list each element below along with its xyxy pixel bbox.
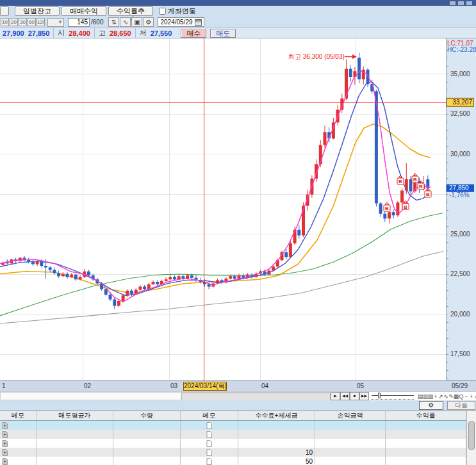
candle (156, 282, 159, 284)
memo-icon[interactable] (2, 422, 8, 429)
memo-icon[interactable] (2, 440, 8, 447)
y-tick-label: 22,500 (450, 270, 470, 277)
table-cell (113, 430, 181, 439)
period-preset-30[interactable]: 30 (19, 18, 27, 26)
period-preset-120[interactable]: 120 (37, 18, 45, 26)
wave-icon[interactable]: ∿ (120, 17, 131, 27)
memo-icon[interactable] (206, 431, 212, 438)
table-cell (37, 439, 113, 448)
forward-button[interactable]: ▶▶ (359, 392, 369, 400)
period-preset-60[interactable]: 60 (28, 18, 36, 26)
table-row[interactable]: 10 (0, 448, 476, 457)
toolbar-button-0[interactable]: 일별잔고 (15, 6, 60, 16)
low-label: 저 (135, 28, 147, 38)
table-vscrollbar-thumb[interactable] (468, 421, 475, 450)
table-cell (181, 457, 238, 465)
stop-button[interactable]: ■ (350, 392, 359, 400)
column-header-1[interactable]: 매도평균가 (37, 411, 113, 420)
column-header-0[interactable]: 메모 (0, 411, 37, 420)
next-button[interactable]: 다음 (447, 401, 475, 410)
table-row[interactable]: 50 (0, 457, 476, 465)
clipped-button[interactable] (0, 6, 9, 16)
table-header-row: 메모매도평균가수량메모수수료+제세금손익금액수익률 (0, 411, 476, 421)
chart-zoom-slider[interactable] (372, 393, 414, 400)
memo-icon[interactable] (2, 458, 8, 465)
period-preset-20[interactable]: 20 (10, 18, 18, 26)
memo-icon[interactable] (206, 449, 212, 456)
table-cell (37, 457, 113, 465)
play-button[interactable]: ▶ (331, 392, 340, 400)
memo-icon[interactable] (206, 440, 212, 447)
svg-text:B: B (419, 184, 423, 190)
settings-icon[interactable]: ⚙ (143, 17, 154, 27)
account-link-checkbox-input[interactable] (159, 8, 166, 15)
chart-hscrollbar[interactable] (0, 392, 330, 400)
candle (379, 204, 382, 214)
toolbar-button-1[interactable]: 매매수익 (62, 6, 106, 16)
column-header-5[interactable]: 손익금액 (315, 411, 386, 420)
table-row[interactable] (0, 439, 476, 448)
table-row[interactable] (0, 430, 476, 439)
table-cell (315, 457, 386, 465)
table-cell (386, 421, 466, 430)
window-controls[interactable] (450, 1, 472, 5)
rewind-button[interactable]: ◀◀ (340, 392, 350, 400)
candle (173, 277, 176, 280)
table-cell (386, 448, 466, 457)
candlestick-chart[interactable]: 최고 36,300 (05/03)BBBBBB35,00032,50030,00… (0, 38, 476, 380)
candle (135, 290, 138, 294)
candle (70, 275, 73, 277)
table-cell (181, 448, 238, 457)
period-preset-10[interactable]: 10 (1, 18, 9, 26)
table-vscrollbar[interactable] (466, 411, 476, 465)
account-link-checkbox[interactable]: 계좌연동 (159, 6, 196, 16)
x-axis-label: 1 (2, 382, 6, 389)
memo-icon[interactable] (2, 449, 8, 456)
font-size-button[interactable]: A (473, 392, 476, 400)
table-cell (37, 430, 113, 439)
candle (44, 266, 47, 268)
table-cell (315, 448, 386, 457)
candle (138, 287, 142, 290)
column-header-4[interactable]: 수수료+제세금 (238, 411, 315, 420)
memo-icon[interactable] (206, 422, 212, 429)
table-row[interactable] (0, 421, 476, 430)
y-tick-label: 30,000 (450, 151, 470, 158)
column-header-2[interactable]: 수량 (113, 411, 181, 420)
candle (19, 258, 22, 261)
price-current: 27,850 (28, 29, 50, 37)
date-picker[interactable]: 2024/05/29 (158, 17, 204, 27)
sell-button[interactable]: 매도 (210, 29, 236, 38)
candle (289, 243, 292, 257)
candle (168, 277, 172, 280)
table-cell (0, 439, 37, 448)
candle (49, 268, 52, 270)
column-header-3[interactable]: 메모 (181, 411, 238, 420)
window-titlebar[interactable] (0, 0, 476, 6)
candle (238, 275, 241, 279)
x-axis-label: 05/29 (452, 382, 468, 389)
candle (349, 69, 352, 78)
column-header-6[interactable]: 수익률 (386, 411, 466, 420)
zoom-slider-handle[interactable] (378, 393, 381, 398)
period-toolbar: 10203060120 ▼ /600 ⇅∿▣⚙ 2024/05/29 (0, 17, 476, 28)
candle (181, 276, 185, 279)
memo-icon[interactable] (2, 431, 8, 438)
toolbar-button-2[interactable]: 수익률추이 (108, 6, 153, 16)
table-cell (386, 439, 466, 448)
price-summary-bar: 27,900 27,850 시 28,400 고 28,650 저 27,550… (0, 28, 476, 38)
memo-icon[interactable] (206, 458, 212, 465)
save-icon[interactable]: ▣ (131, 17, 142, 27)
period-select[interactable]: ▼ (47, 18, 64, 27)
table-cell (238, 439, 315, 448)
svg-text:B: B (385, 206, 389, 211)
compare-icon[interactable]: ⇅ (108, 17, 119, 27)
candle-count-input[interactable] (68, 18, 90, 27)
candle (392, 212, 395, 215)
y-tick-label: 17,500 (450, 350, 470, 357)
candle (324, 132, 327, 145)
price-prev: 27,900 (3, 29, 24, 37)
chart-settings-button[interactable]: ⚙ (419, 401, 443, 410)
candle (130, 291, 133, 294)
buy-button[interactable]: 매수 (181, 29, 206, 38)
